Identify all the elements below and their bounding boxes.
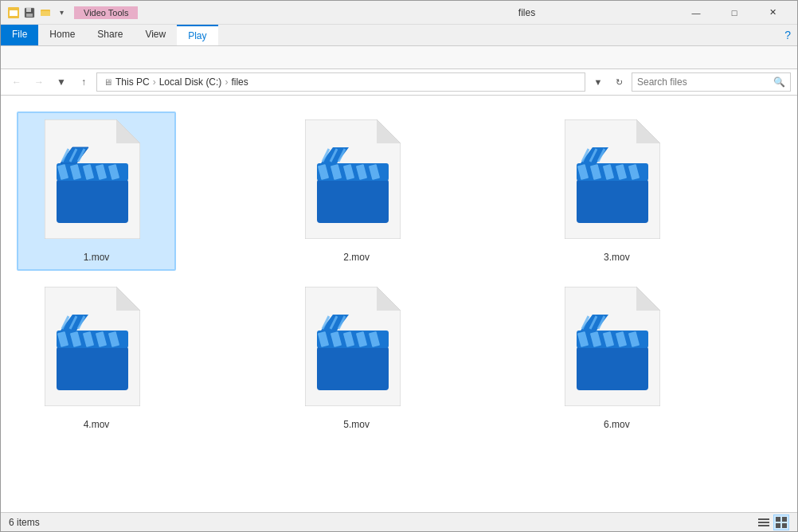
back-button[interactable]: ← xyxy=(7,72,26,92)
list-item[interactable]: 5.mov xyxy=(277,279,436,438)
svg-rect-23 xyxy=(317,179,389,223)
list-item[interactable]: 1.mov xyxy=(17,111,176,271)
svg-marker-22 xyxy=(377,119,401,143)
tab-share[interactable]: Share xyxy=(86,25,134,45)
tab-home[interactable]: Home xyxy=(38,25,86,45)
svg-rect-49 xyxy=(57,346,128,390)
items-count: 6 items xyxy=(9,517,40,528)
title-bar: ▾ Video Tools files — □ ✕ xyxy=(1,1,797,25)
file-icon-2 xyxy=(305,119,409,247)
window-controls: — □ ✕ xyxy=(678,1,791,25)
svg-rect-87 xyxy=(758,522,769,523)
svg-rect-89 xyxy=(776,517,780,522)
forward-button[interactable]: → xyxy=(29,72,49,92)
ribbon-content xyxy=(1,46,797,68)
address-path[interactable]: 🖥 This PC › Local Disk (C:) › files xyxy=(96,72,585,92)
list-item[interactable]: 4.mov xyxy=(17,279,176,438)
search-box[interactable]: 🔍 xyxy=(632,72,791,92)
path-this-pc[interactable]: This PC xyxy=(115,76,150,88)
svg-rect-88 xyxy=(758,525,769,526)
up-button[interactable]: ↑ xyxy=(74,72,93,92)
list-view-button[interactable] xyxy=(756,514,772,530)
maximize-button[interactable]: □ xyxy=(716,1,753,25)
title-ribbon-tabs: Video Tools xyxy=(74,6,376,19)
file-grid: 1.mov xyxy=(9,104,789,446)
svg-marker-8 xyxy=(116,119,140,143)
path-local-disk[interactable]: Local Disk (C:) xyxy=(159,76,222,88)
dropdown-icon[interactable]: ▾ xyxy=(55,6,68,19)
content-area: 1.mov xyxy=(1,96,797,512)
path-files[interactable]: files xyxy=(231,76,248,88)
svg-rect-86 xyxy=(758,518,769,520)
svg-rect-4 xyxy=(26,14,33,17)
dropdown-path-button[interactable]: ▼ xyxy=(589,72,608,92)
file-icon-6 xyxy=(565,287,668,414)
svg-rect-92 xyxy=(782,523,787,528)
svg-rect-62 xyxy=(317,346,389,390)
grid-view-button[interactable] xyxy=(773,514,789,530)
file-icon-5 xyxy=(305,287,409,414)
svg-rect-91 xyxy=(776,523,780,528)
svg-marker-74 xyxy=(636,287,660,311)
title-bar-quick-access: ▾ xyxy=(7,6,68,19)
file-label-4: 4.mov xyxy=(84,419,110,430)
file-label-2: 2.mov xyxy=(343,252,370,263)
svg-marker-48 xyxy=(116,287,140,311)
help-button[interactable]: ? xyxy=(778,25,797,45)
list-item[interactable]: 2.mov xyxy=(277,111,436,271)
refresh-button[interactable]: ↻ xyxy=(609,72,628,92)
svg-marker-35 xyxy=(636,119,660,143)
status-bar: 6 items xyxy=(1,512,797,531)
tab-play[interactable]: Play xyxy=(177,25,217,45)
view-toggles xyxy=(756,514,789,530)
list-item[interactable]: 3.mov xyxy=(537,111,696,271)
address-bar: ← → ▼ ↑ 🖥 This PC › Local Disk (C:) › fi… xyxy=(1,69,797,96)
save-icon[interactable] xyxy=(23,6,36,19)
minimize-button[interactable]: — xyxy=(678,1,714,25)
address-controls: ▼ ↻ xyxy=(589,72,628,92)
file-icon-3 xyxy=(565,119,668,247)
search-input[interactable] xyxy=(637,76,770,88)
path-sep-2: › xyxy=(225,76,228,88)
recent-locations-button[interactable]: ▼ xyxy=(52,72,71,92)
file-label-1: 1.mov xyxy=(84,252,110,263)
svg-rect-1 xyxy=(10,10,18,16)
video-tools-tab-label: Video Tools xyxy=(74,6,138,19)
close-button[interactable]: ✕ xyxy=(754,1,791,25)
file-label-6: 6.mov xyxy=(604,419,630,430)
ribbon: File Home Share View Play ? xyxy=(1,25,797,69)
svg-marker-61 xyxy=(377,287,401,311)
tab-file[interactable]: File xyxy=(1,25,38,45)
main-area: 1.mov xyxy=(1,96,797,512)
svg-rect-90 xyxy=(782,517,787,522)
new-folder-icon[interactable] xyxy=(39,6,52,19)
file-icon-4 xyxy=(45,287,148,414)
svg-rect-75 xyxy=(577,346,648,390)
svg-rect-6 xyxy=(41,11,50,16)
svg-rect-36 xyxy=(577,179,648,223)
search-icon[interactable]: 🔍 xyxy=(773,76,785,88)
list-item[interactable]: 6.mov xyxy=(537,279,696,438)
window-icon xyxy=(7,6,20,19)
ribbon-tab-row: File Home Share View Play ? xyxy=(1,25,797,46)
tab-view[interactable]: View xyxy=(134,25,177,45)
file-icon-1 xyxy=(45,119,148,247)
path-sep-1: › xyxy=(153,76,156,88)
svg-rect-9 xyxy=(57,179,128,223)
svg-rect-3 xyxy=(26,8,31,12)
file-label-5: 5.mov xyxy=(343,419,370,430)
path-this-pc-icon: 🖥 xyxy=(104,77,112,87)
file-label-3: 3.mov xyxy=(604,252,630,263)
window-title: files xyxy=(376,7,678,18)
